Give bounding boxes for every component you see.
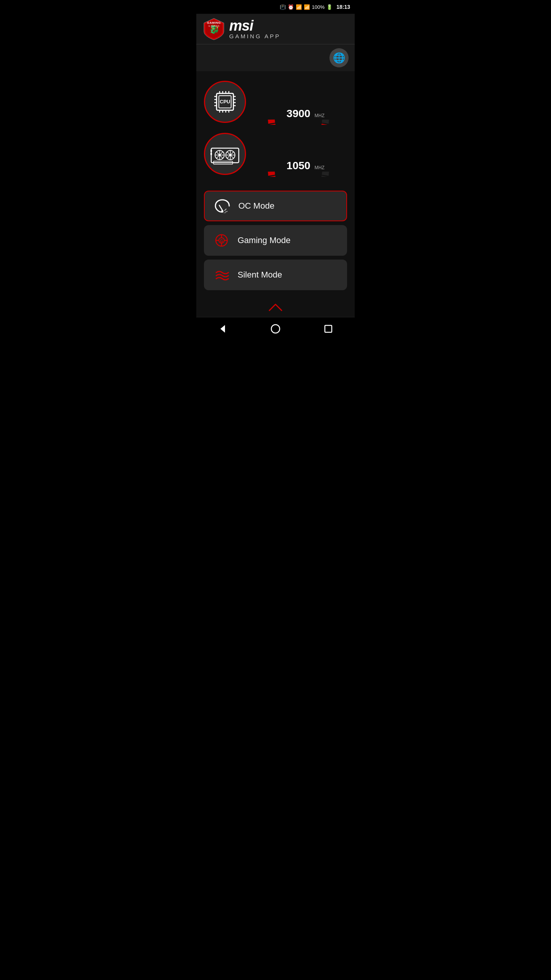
globe-bar: 🌐: [196, 44, 355, 71]
home-icon: [270, 323, 281, 334]
battery-percent: 100%: [312, 4, 324, 10]
logo-text: msi GAMING APP: [229, 18, 280, 39]
recents-button[interactable]: [319, 319, 338, 338]
time-display: 18:13: [336, 4, 350, 10]
globe-icon: 🌐: [333, 52, 345, 64]
cpu-gauge-row: CPU // We'll draw this via inline JS aft…: [204, 79, 347, 125]
logo-area: 🐉 GAMING G SERIES msi GAMING APP: [202, 18, 280, 41]
msi-brand: msi: [229, 18, 280, 33]
silent-mode-icon: [213, 266, 230, 283]
oc-mode-icon: [214, 198, 231, 214]
chevron-up-icon: [268, 303, 283, 312]
signal-icon: 📶: [304, 4, 310, 10]
oc-mode-label: OC Mode: [238, 201, 274, 211]
language-button[interactable]: 🌐: [329, 48, 349, 67]
swipe-up-area[interactable]: [196, 298, 355, 317]
cpu-gauge-svg: // We'll draw this via inline JS after D…: [260, 79, 337, 125]
msi-shield-logo: 🐉 GAMING G SERIES: [202, 18, 225, 41]
back-button[interactable]: [213, 319, 232, 338]
svg-rect-39: [210, 153, 212, 155]
oc-icon-svg: [214, 198, 231, 214]
oc-mode-button[interactable]: OC Mode: [204, 191, 347, 221]
vibrate-icon: 📳: [280, 4, 286, 10]
gpu-gauge-svg: 1050 MHZ: [260, 131, 337, 177]
svg-line-45: [225, 211, 227, 212]
gaming-mode-label: Gaming Mode: [238, 235, 290, 245]
cpu-icon-circle: CPU: [204, 81, 246, 123]
svg-point-55: [271, 325, 280, 333]
silent-icon-svg: [213, 266, 230, 283]
gpu-gauge-area: 1050 MHZ: [250, 131, 347, 177]
silent-mode-label: Silent Mode: [238, 270, 282, 280]
recents-icon: [323, 323, 334, 334]
svg-rect-38: [210, 150, 212, 152]
main-content: CPU // We'll draw this via inline JS aft…: [196, 71, 355, 187]
svg-text:G SERIES: G SERIES: [209, 25, 219, 27]
cpu-gauge-area: // We'll draw this via inline JS after D…: [250, 79, 347, 125]
svg-text:3900: 3900: [287, 108, 310, 119]
gpu-icon: [210, 140, 240, 167]
svg-rect-56: [325, 325, 332, 332]
gaming-app-tagline: GAMING APP: [229, 33, 280, 39]
battery-icon: 🔋: [326, 4, 333, 10]
mode-section: OC Mode G Gaming Mode: [196, 187, 355, 298]
gpu-gauge-row: 1050 MHZ: [204, 131, 347, 177]
svg-text:GAMING: GAMING: [207, 21, 221, 24]
svg-text:MHZ: MHZ: [315, 165, 324, 170]
status-icons: 📳 ⏰ 📶 📶 100% 🔋: [280, 4, 333, 10]
gaming-mode-button[interactable]: G Gaming Mode: [204, 225, 347, 256]
status-bar: 📳 ⏰ 📶 📶 100% 🔋 18:13: [196, 0, 355, 14]
svg-text:CPU: CPU: [220, 99, 230, 105]
svg-marker-54: [220, 325, 225, 333]
gaming-mode-icon: G: [213, 232, 230, 249]
svg-text:1050: 1050: [287, 160, 310, 172]
wifi-icon: 📶: [296, 4, 302, 10]
svg-text:MHZ: MHZ: [315, 113, 324, 118]
svg-line-43: [219, 205, 222, 210]
svg-line-44: [225, 209, 226, 211]
home-button[interactable]: [266, 319, 285, 338]
gaming-icon-svg: G: [213, 232, 230, 249]
cpu-icon: CPU: [211, 88, 239, 116]
nav-bar: [196, 317, 355, 340]
gpu-icon-circle: [204, 133, 246, 175]
back-icon: [217, 323, 228, 334]
alarm-icon: ⏰: [288, 4, 294, 10]
svg-text:G: G: [220, 239, 223, 243]
silent-mode-button[interactable]: Silent Mode: [204, 260, 347, 290]
app-header: 🐉 GAMING G SERIES msi GAMING APP: [196, 14, 355, 44]
